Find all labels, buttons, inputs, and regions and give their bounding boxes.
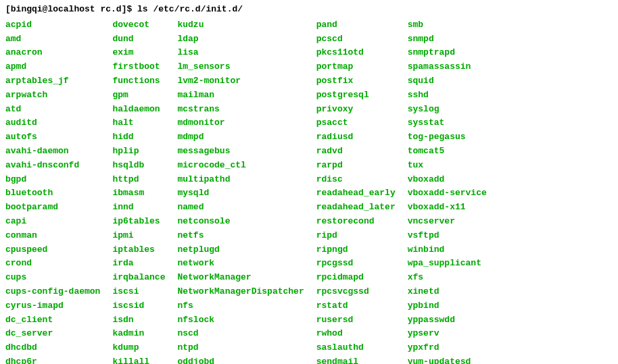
file-entry: oddjobd <box>177 355 304 364</box>
file-entry: apmd <box>5 60 100 74</box>
file-entry: ripd <box>316 229 396 243</box>
file-entry: pand <box>316 18 396 32</box>
file-entry: rpcgssd <box>316 257 396 271</box>
file-entry: hsqldb <box>112 159 165 173</box>
file-entry: winbind <box>408 243 487 257</box>
file-entry: NetworkManager <box>177 271 304 285</box>
file-entry: radvd <box>316 145 396 159</box>
file-entry: network <box>177 257 304 271</box>
file-entry: atd <box>5 103 100 117</box>
listing-column: dovecotdundeximfirstbootfunctionsgpmhald… <box>112 18 165 364</box>
file-entry: gpm <box>112 88 165 103</box>
file-entry: tomcat5 <box>408 145 487 159</box>
file-entry: ripngd <box>316 243 396 257</box>
file-entry: syslog <box>408 103 487 117</box>
file-entry: rusersd <box>316 313 396 328</box>
file-entry: rpcsvcgssd <box>316 285 396 299</box>
terminal-window: [bingqi@localhost rc.d]$ ls /etc/rc.d/in… <box>5 3 613 364</box>
file-entry: mdmonitor <box>177 116 304 130</box>
file-entry: messagebus <box>177 145 304 159</box>
file-entry: dc_client <box>5 313 100 328</box>
file-entry: iptables <box>112 243 165 257</box>
file-entry: ntpd <box>177 341 304 355</box>
prompt-command: ls /etc/rc.d/init.d/ <box>137 4 243 14</box>
file-entry: mdmpd <box>177 130 304 145</box>
file-entry: cpuspeed <box>5 243 100 257</box>
file-entry: kdump <box>112 341 165 355</box>
file-entry: pkcs11otd <box>316 46 396 60</box>
listing-column: smbsnmpdsnmptrapdspamassassinsquidsshdsy… <box>408 18 487 364</box>
prompt-user-host: [bingqi@localhost rc.d]$ <box>5 4 132 14</box>
file-entry: kudzu <box>177 18 304 32</box>
file-entry: vboxadd-service <box>408 186 487 201</box>
file-entry: radiusd <box>316 130 396 145</box>
listing-column: acpidamdanacronapmdarptables_jfarpwatcha… <box>5 18 100 364</box>
file-entry: rwhod <box>316 327 396 341</box>
file-entry: lvm2-monitor <box>177 74 304 88</box>
file-entry: innd <box>112 201 165 215</box>
file-entry: xfs <box>408 271 487 285</box>
file-entry: dhcdbd <box>5 341 100 355</box>
file-entry: netfs <box>177 229 304 243</box>
file-entry: restorecond <box>316 215 396 229</box>
file-entry: vsftpd <box>408 229 487 243</box>
file-entry: irda <box>112 257 165 271</box>
file-entry: vboxadd <box>408 173 487 187</box>
file-entry: yppasswdd <box>408 313 487 328</box>
file-entry: bgpd <box>5 173 100 187</box>
file-entry: vncserver <box>408 215 487 229</box>
file-entry: httpd <box>112 173 165 187</box>
file-entry: nscd <box>177 327 304 341</box>
file-entry: ypserv <box>408 327 487 341</box>
file-entry: cups-config-daemon <box>5 285 100 299</box>
file-entry: nfs <box>177 299 304 313</box>
file-entry: portmap <box>316 60 396 74</box>
file-entry: wpa_supplicant <box>408 257 487 271</box>
file-entry: readahead_later <box>316 201 396 215</box>
file-entry: lm_sensors <box>177 60 304 74</box>
prompt-line: [bingqi@localhost rc.d]$ ls /etc/rc.d/in… <box>5 3 613 17</box>
file-entry: avahi-dnsconfd <box>5 159 100 173</box>
file-entry: avahi-daemon <box>5 145 100 159</box>
file-entry: tux <box>408 159 487 173</box>
file-entry: lisa <box>177 46 304 60</box>
file-entry: acpid <box>5 18 100 32</box>
file-entry: rstatd <box>316 299 396 313</box>
file-entry: mcstrans <box>177 103 304 117</box>
file-entry: anacron <box>5 46 100 60</box>
file-entry: ypxfrd <box>408 341 487 355</box>
file-entry: postgresql <box>316 88 396 103</box>
file-entry: microcode_ctl <box>177 159 304 173</box>
file-entry: iscsid <box>112 299 165 313</box>
file-entry: postfix <box>316 74 396 88</box>
file-entry: ipmi <box>112 229 165 243</box>
file-entry: cups <box>5 271 100 285</box>
file-entry: xinetd <box>408 285 487 299</box>
file-entry: sshd <box>408 88 487 103</box>
file-entry: snmpd <box>408 32 487 47</box>
file-entry: rdisc <box>316 173 396 187</box>
file-entry: capi <box>5 215 100 229</box>
file-entry: ibmasm <box>112 186 165 201</box>
file-entry: haldaemon <box>112 103 165 117</box>
file-entry: hidd <box>112 130 165 145</box>
file-entry: kadmin <box>112 327 165 341</box>
file-entry: psacct <box>316 116 396 130</box>
file-entry: tog-pegasus <box>408 130 487 145</box>
file-entry: arpwatch <box>5 88 100 103</box>
file-entry: sysstat <box>408 116 487 130</box>
file-entry: sendmail <box>316 355 396 364</box>
file-entry: readahead_early <box>316 186 396 201</box>
file-entry: isdn <box>112 313 165 328</box>
file-entry: halt <box>112 116 165 130</box>
file-entry: iscsi <box>112 285 165 299</box>
file-entry: rarpd <box>316 159 396 173</box>
file-entry: smb <box>408 18 487 32</box>
file-entry: conman <box>5 229 100 243</box>
file-entry: bootparamd <box>5 201 100 215</box>
file-entry: bluetooth <box>5 186 100 201</box>
file-entry: ldap <box>177 32 304 47</box>
file-entry: crond <box>5 257 100 271</box>
file-entry: dc_server <box>5 327 100 341</box>
file-entry: autofs <box>5 130 100 145</box>
